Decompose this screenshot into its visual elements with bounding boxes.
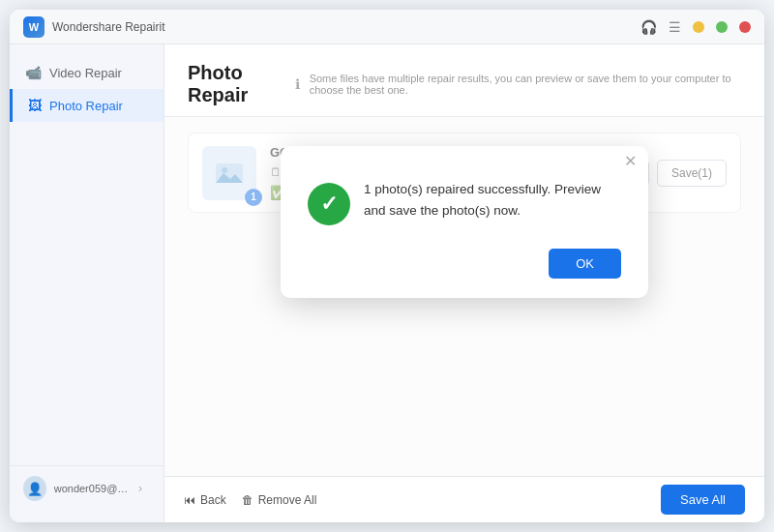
back-icon: ⏮ [184,493,195,507]
checkmark-icon: ✓ [320,192,338,217]
chevron-right-icon: › [138,482,150,495]
remove-all-button[interactable]: 🗑 Remove All [242,493,317,507]
close-button[interactable] [739,21,751,33]
sidebar: 📹 Video Repair 🖼 Photo Repair 👤 wonder05… [10,44,164,522]
sidebar-item-photo-repair[interactable]: 🖼 Photo Repair [10,89,164,122]
video-repair-icon: 📹 [25,65,42,80]
page-title-row: Photo Repair ℹ Some files have multiple … [188,62,741,106]
user-info[interactable]: 👤 wonder059@16... › [23,476,150,501]
save-all-label: Save All [680,492,726,507]
photo-repair-icon: 🖼 [28,98,42,113]
titlebar: W Wondershare Repairit 🎧 ☰ [10,10,764,44]
help-icon[interactable]: 🎧 [640,19,657,35]
page-subtitle: Some files have multiple repair results,… [310,73,741,96]
menu-icon[interactable]: ☰ [669,19,681,35]
dialog-header: ✕ [281,146,648,169]
sidebar-nav: 📹 Video Repair 🖼 Photo Repair [10,56,164,465]
dialog-footer: OK [281,249,648,298]
dialog-message: 1 photo(s) repaired successfully. Previe… [364,179,621,221]
minimize-button[interactable] [693,21,704,33]
sidebar-item-label: Photo Repair [49,99,123,113]
success-icon: ✓ [308,183,350,225]
app-logo: W [23,16,45,38]
content-area: Photo Repair ℹ Some files have multiple … [164,44,764,522]
sidebar-item-label: Video Repair [49,66,122,80]
remove-all-label: Remove All [258,493,317,507]
dialog-close-button[interactable]: ✕ [624,154,637,169]
user-avatar: 👤 [23,476,46,501]
titlebar-left: W Wondershare Repairit [23,16,165,38]
success-dialog: ✕ ✓ 1 photo(s) repaired successfully. Pr… [281,146,648,298]
titlebar-controls: 🎧 ☰ [640,19,751,35]
bottom-left: ⏮ Back 🗑 Remove All [184,493,316,507]
maximize-button[interactable] [716,21,728,33]
page-title: Photo Repair [188,62,287,106]
back-button[interactable]: ⏮ Back [184,493,226,507]
dialog-body: ✓ 1 photo(s) repaired successfully. Prev… [281,169,648,249]
back-label: Back [200,493,226,507]
app-title: Wondershare Repairit [52,20,165,34]
sidebar-item-video-repair[interactable]: 📹 Video Repair [10,56,164,89]
dialog-overlay: ✕ ✓ 1 photo(s) repaired successfully. Pr… [164,117,764,476]
bottom-bar: ⏮ Back 🗑 Remove All Save All [164,476,764,522]
username: wonder059@16... [54,483,131,494]
app-window: W Wondershare Repairit 🎧 ☰ 📹 Video Repai… [10,10,764,522]
ok-button[interactable]: OK [549,249,621,279]
content-body: 1 GOPR8921_lose_all_structure_data.GPR 🗒… [164,117,764,476]
trash-icon: 🗑 [242,493,253,507]
content-header: Photo Repair ℹ Some files have multiple … [164,44,764,117]
main-layout: 📹 Video Repair 🖼 Photo Repair 👤 wonder05… [10,44,764,522]
info-icon[interactable]: ℹ [295,76,300,92]
sidebar-bottom: 👤 wonder059@16... › [10,465,164,511]
save-all-button[interactable]: Save All [661,485,745,515]
